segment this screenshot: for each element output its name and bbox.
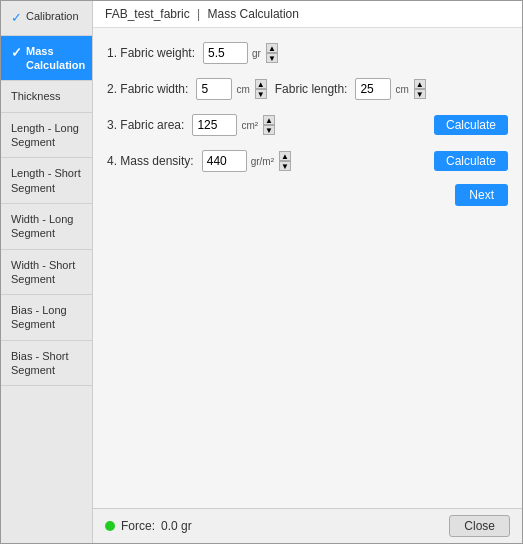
check-icon: ✓: [11, 10, 22, 27]
spacer: [107, 214, 508, 498]
fabric-area-field-group: cm² ▲ ▼: [192, 114, 275, 136]
form-row-fabric-dimensions: 2. Fabric width: cm ▲ ▼ Fabric length: c…: [107, 74, 508, 104]
sidebar-item-calibration[interactable]: ✓ Calibration: [1, 1, 92, 36]
sidebar-item-length-short-segment[interactable]: Length - Short Segment: [1, 158, 92, 204]
sidebar: ✓ Calibration ✓ Mass Calculation Thickne…: [1, 1, 93, 543]
fabric-weight-input[interactable]: [203, 42, 248, 64]
form-row-fabric-area: 3. Fabric area: cm² ▲ ▼ Calculate: [107, 110, 508, 140]
fabric-area-unit: cm²: [241, 120, 258, 131]
status-dot: [105, 521, 115, 531]
sidebar-item-width-short-segment[interactable]: Width - Short Segment: [1, 250, 92, 296]
breadcrumb-separator: |: [197, 7, 200, 21]
breadcrumb: FAB_test_fabric | Mass Calculation: [93, 1, 522, 28]
sidebar-item-label: Bias - Long Segment: [11, 304, 67, 330]
sidebar-item-width-long-segment[interactable]: Width - Long Segment: [1, 204, 92, 250]
spin-up[interactable]: ▲: [266, 43, 278, 53]
force-value: 0.0 gr: [161, 519, 192, 533]
sidebar-item-label: Length - Short Segment: [11, 167, 81, 193]
fabric-length-input[interactable]: [355, 78, 391, 100]
sidebar-item-thickness[interactable]: Thickness: [1, 81, 92, 112]
mass-density-input[interactable]: [202, 150, 247, 172]
fabric-width-label: 2. Fabric width:: [107, 82, 188, 96]
sidebar-item-bias-short-segment[interactable]: Bias - Short Segment: [1, 341, 92, 387]
spin-down[interactable]: ▼: [266, 53, 278, 63]
spin-up[interactable]: ▲: [279, 151, 291, 161]
check-icon-active: ✓: [11, 45, 22, 62]
fabric-weight-spinner[interactable]: ▲ ▼: [266, 43, 278, 63]
next-row: Next: [107, 182, 508, 208]
spin-down[interactable]: ▼: [263, 125, 275, 135]
spin-down[interactable]: ▼: [279, 161, 291, 171]
fabric-length-spinner[interactable]: ▲ ▼: [414, 79, 426, 99]
sidebar-item-label: Calibration: [26, 9, 79, 23]
main-panel: FAB_test_fabric | Mass Calculation 1. Fa…: [93, 1, 522, 543]
breadcrumb-project: FAB_test_fabric: [105, 7, 190, 21]
force-display: Force: 0.0 gr: [105, 519, 192, 533]
sidebar-item-mass-calculation[interactable]: ✓ Mass Calculation: [1, 36, 92, 82]
sidebar-item-length-long-segment[interactable]: Length - Long Segment: [1, 113, 92, 159]
spin-up[interactable]: ▲: [263, 115, 275, 125]
fabric-area-label: 3. Fabric area:: [107, 118, 184, 132]
mass-density-field-group: gr/m² ▲ ▼: [202, 150, 291, 172]
spin-down[interactable]: ▼: [255, 89, 267, 99]
sidebar-item-label: Mass Calculation: [26, 44, 85, 73]
force-label: Force:: [121, 519, 155, 533]
sidebar-item-label: Width - Long Segment: [11, 213, 73, 239]
spin-up[interactable]: ▲: [414, 79, 426, 89]
fabric-weight-field-group: gr ▲ ▼: [203, 42, 278, 64]
sidebar-item-label: Width - Short Segment: [11, 259, 75, 285]
fabric-width-field-group: cm ▲ ▼: [196, 78, 266, 100]
close-button[interactable]: Close: [449, 515, 510, 537]
sidebar-item-label: Bias - Short Segment: [11, 350, 68, 376]
fabric-area-input[interactable]: [192, 114, 237, 136]
fabric-width-spinner[interactable]: ▲ ▼: [255, 79, 267, 99]
form-row-mass-density: 4. Mass density: gr/m² ▲ ▼ Calculate: [107, 146, 508, 176]
calculate-density-button[interactable]: Calculate: [434, 151, 508, 171]
next-button[interactable]: Next: [455, 184, 508, 206]
sidebar-item-bias-long-segment[interactable]: Bias - Long Segment: [1, 295, 92, 341]
fabric-width-unit: cm: [236, 84, 249, 95]
fabric-weight-unit: gr: [252, 48, 261, 59]
fabric-length-unit: cm: [395, 84, 408, 95]
form-area: 1. Fabric weight: gr ▲ ▼ 2. Fabric width…: [93, 28, 522, 508]
fabric-area-spinner[interactable]: ▲ ▼: [263, 115, 275, 135]
mass-density-spinner[interactable]: ▲ ▼: [279, 151, 291, 171]
sidebar-item-label: Length - Long Segment: [11, 122, 79, 148]
form-row-fabric-weight: 1. Fabric weight: gr ▲ ▼: [107, 38, 508, 68]
spin-up[interactable]: ▲: [255, 79, 267, 89]
fabric-width-input[interactable]: [196, 78, 232, 100]
mass-density-unit: gr/m²: [251, 156, 274, 167]
mass-density-label: 4. Mass density:: [107, 154, 194, 168]
fabric-weight-label: 1. Fabric weight:: [107, 46, 195, 60]
fabric-length-field-group: cm ▲ ▼: [355, 78, 425, 100]
fabric-length-label: Fabric length:: [275, 82, 348, 96]
spin-down[interactable]: ▼: [414, 89, 426, 99]
calculate-area-button[interactable]: Calculate: [434, 115, 508, 135]
sidebar-item-label: Thickness: [11, 90, 61, 102]
footer: Force: 0.0 gr Close: [93, 508, 522, 543]
breadcrumb-section: Mass Calculation: [208, 7, 299, 21]
